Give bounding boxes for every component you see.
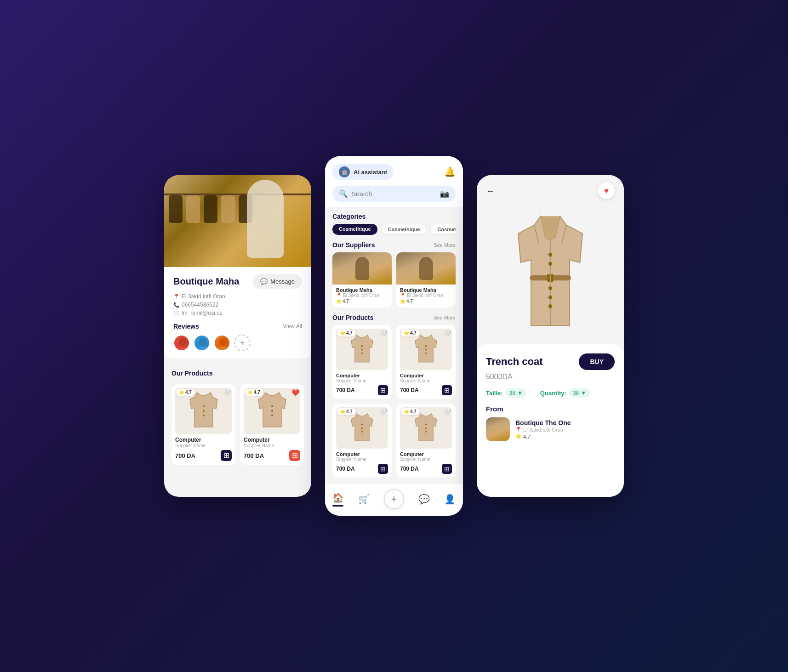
notification-icon[interactable]: 🔔	[444, 166, 456, 177]
taille-chevron: ▼	[517, 390, 523, 396]
screen-right: ← ♥	[477, 175, 624, 497]
mid-rating-3: ⭐ 4.7	[401, 408, 419, 415]
screen-middle: 🤖 Ai assistant 🔔 🔍 📷 Categories Cosmethi…	[325, 156, 463, 516]
mid-heart-2[interactable]: 🤍	[379, 408, 387, 416]
mid-rating-val-0: 4.7	[346, 330, 353, 336]
boutique-star-icon: ⭐	[515, 433, 522, 439]
from-section: From Boutique The One 📍 El 3akid lotfi O…	[486, 405, 615, 441]
mid-products-grid: ⭐ 4.7 🤍	[332, 325, 456, 478]
reviewer-avatar-1	[173, 335, 190, 351]
supplier-card-body-0: Boutique Maha 📍 El 3akid lotfi Oran ⭐ 4.…	[332, 285, 392, 308]
products-title: Our Products	[171, 370, 212, 377]
star-0: ⭐	[336, 299, 342, 304]
nav-profile[interactable]: 👤	[444, 494, 456, 505]
wishlist-icon-2[interactable]: ❤️	[291, 389, 299, 396]
phone-icon: 📞	[173, 302, 180, 308]
mid-rating-val-1: 4.7	[410, 330, 417, 336]
rating-0: 4.7	[343, 299, 349, 304]
mid-product-3: ⭐ 4.7 🤍	[396, 404, 456, 478]
quantity-dropdown[interactable]: 38 ▼	[569, 388, 590, 398]
boutique-email: ✉️ lm_remil@esi.dz	[173, 310, 302, 316]
mid-add-3[interactable]: ⊞	[442, 464, 452, 474]
back-button[interactable]: ←	[486, 186, 495, 196]
boutique-card-rating: ⭐ 4.7	[515, 433, 615, 439]
mid-product-name-2: Computer	[336, 451, 388, 457]
svg-point-9	[271, 405, 273, 407]
camera-icon[interactable]: 📷	[440, 189, 449, 198]
mid-heart-0[interactable]: 🤍	[379, 330, 387, 337]
mid-heart-1[interactable]: 🤍	[443, 330, 451, 337]
supplier-location-1: 📍 El 3akid lotfi Oran	[400, 293, 452, 298]
screens-container: Boutique Maha 💬 Message 📍 El 3akid lotfi…	[0, 129, 788, 543]
svg-point-29	[548, 286, 552, 290]
suppliers-see-more[interactable]: See More	[434, 242, 456, 248]
search-bar: 🔍 📷	[325, 186, 463, 207]
add-review-button[interactable]: +	[234, 335, 251, 351]
mid-star-1: ⭐	[404, 330, 409, 336]
mid-heart-3[interactable]: 🤍	[443, 408, 451, 416]
add-to-cart-2[interactable]: ⊞	[289, 450, 300, 461]
favorite-button[interactable]: ♥	[598, 182, 615, 199]
svg-point-27	[548, 253, 552, 256]
mid-price-3: 700 DA	[400, 466, 419, 472]
category-chip-1[interactable]: Cosmethique	[381, 224, 427, 235]
search-icon: 🔍	[339, 189, 348, 198]
mid-products-see-more[interactable]: See More	[434, 315, 456, 320]
reviews-avatars: +	[173, 335, 302, 351]
boutique-card-info: Boutique The One 📍 El 3akid lotfi Oran ⭐…	[515, 419, 615, 439]
product-price-2: 700 DA	[244, 452, 264, 459]
nav-messages[interactable]: 💬	[418, 494, 430, 505]
taille-option: Taille: 38 ▼	[486, 388, 526, 398]
quantity-chevron: ▼	[581, 390, 586, 396]
product-detail-body: Trench coat BUY 5000DA Taille: 38 ▼ Quan…	[477, 344, 624, 497]
category-chip-2[interactable]: Cosmethique	[430, 224, 456, 235]
rating-value-2: 4.7	[254, 390, 260, 395]
reviews-section-header: Reviews View All	[173, 323, 302, 330]
mid-add-1[interactable]: ⊞	[442, 385, 452, 395]
nav-home[interactable]: 🏠	[332, 492, 344, 507]
svg-point-11	[271, 415, 273, 416]
suppliers-section: Our Suppliers See More Boutique Maha 📍 E…	[332, 241, 456, 308]
email-text: lm_remil@esi.dz	[182, 310, 223, 316]
product-title: Trench coat	[486, 356, 542, 368]
hanger-2	[186, 195, 200, 223]
ai-label: Ai assistant	[354, 169, 387, 176]
boutique-loc-text: El 3akid lotfi Oran	[523, 427, 563, 433]
boutique-info: Boutique Maha 💬 Message 📍 El 3akid lotfi…	[164, 267, 311, 359]
message-button[interactable]: 💬 Message	[253, 274, 302, 289]
search-input[interactable]	[352, 190, 436, 198]
supplier-card-body-1: Boutique Maha 📍 El 3akid lotfi Oran ⭐ 4.…	[396, 285, 456, 308]
svg-point-18	[361, 424, 363, 425]
product-name-1: Computer	[175, 437, 232, 443]
mid-add-0[interactable]: ⊞	[378, 385, 388, 395]
nav-add-button[interactable]: +	[384, 489, 404, 509]
boutique-card-name: Boutique The One	[515, 419, 615, 427]
mid-price-0: 700 DA	[336, 387, 355, 393]
buy-button[interactable]: BUY	[579, 353, 615, 370]
svg-point-12	[361, 345, 363, 347]
mid-product-supplier-2: Supplier Name	[336, 457, 388, 462]
supplier-name-0: Boutique Maha	[336, 287, 388, 293]
add-to-cart-1[interactable]: ⊞	[221, 450, 232, 461]
product-main-image	[504, 211, 596, 340]
wishlist-icon-1[interactable]: 🤍	[223, 389, 231, 396]
mid-price-1: 700 DA	[400, 387, 419, 393]
mid-product-supplier-3: Supplier Name	[400, 457, 452, 462]
nav-cart[interactable]: 🛒	[358, 494, 370, 505]
mid-rating-val-3: 4.7	[410, 409, 417, 414]
mid-product-name-1: Computer	[400, 373, 452, 378]
view-all-button[interactable]: View All	[283, 323, 302, 330]
product-supplier-2: Supplier Name	[244, 443, 300, 448]
mid-price-2: 700 DA	[336, 466, 355, 472]
cart-icon: 🛒	[358, 494, 370, 505]
category-chip-0[interactable]: Cosmethique	[332, 224, 377, 235]
taille-label: Taille:	[486, 390, 503, 397]
mid-add-2[interactable]: ⊞	[378, 464, 388, 474]
taille-dropdown[interactable]: 38 ▼	[506, 388, 526, 398]
svg-point-20	[361, 431, 363, 432]
product-card-2: ⭐ 4.7 ❤️ Computer Suppli	[240, 384, 304, 465]
product-detail-header: ← ♥	[477, 175, 624, 206]
phone-text: 066544586522	[182, 302, 218, 308]
svg-point-6	[203, 405, 205, 407]
svg-point-14	[361, 352, 363, 353]
